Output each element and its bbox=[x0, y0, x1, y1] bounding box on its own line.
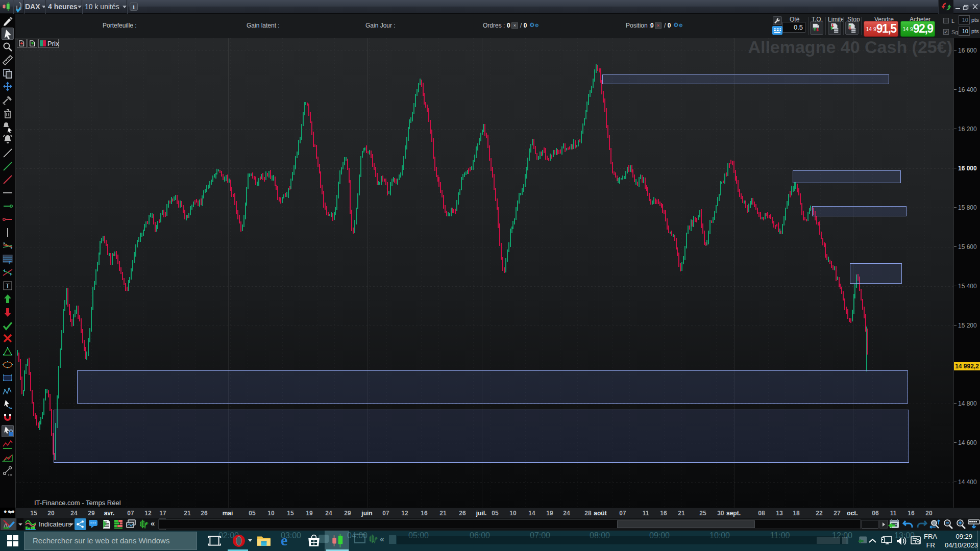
svg-text:T: T bbox=[6, 282, 10, 290]
svg-text:F: F bbox=[9, 260, 12, 265]
